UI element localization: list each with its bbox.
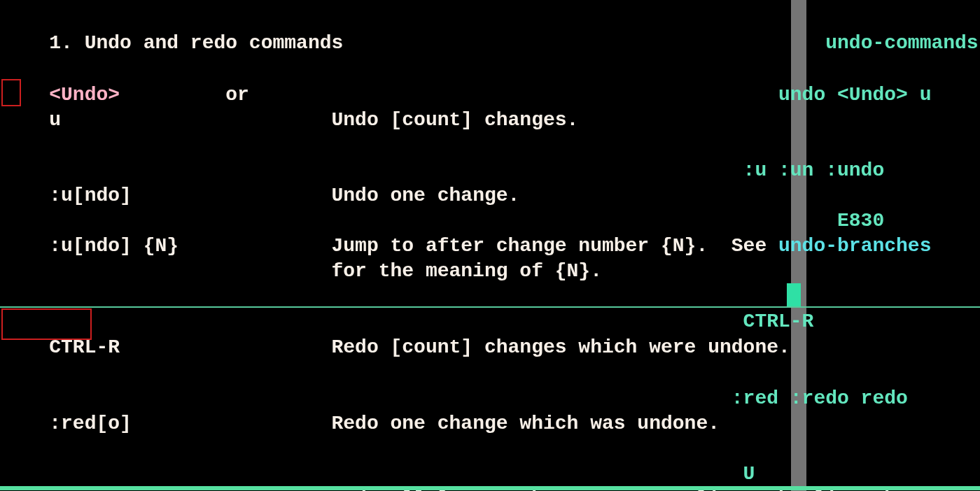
help-line: :red :redo redo (2, 361, 980, 386)
description: Undo [count] changes. (332, 109, 579, 131)
help-line: CTRL-R (2, 284, 980, 309)
help-line: :u[ndo] {N} Jump to after change number … (2, 208, 980, 234)
help-line: 1. Undo and redo commands undo-commands (2, 6, 980, 31)
section-title: Undo and redo commands (73, 32, 343, 54)
terminal-screen[interactable]: 1. Undo and redo commands undo-commands … (0, 0, 980, 491)
annotation-box (1, 79, 21, 106)
annotation-box (1, 308, 92, 340)
help-line: :u[ndo] Undo one change. (2, 158, 980, 183)
help-line: :u :un :undo (2, 133, 980, 158)
description: Redo one change which was undone. (332, 413, 720, 434)
help-line: U Undo all latest changes on one line, t… (2, 462, 980, 487)
help-tag: undo-commands (825, 32, 978, 54)
command-key: u (49, 109, 61, 131)
cursorline (0, 306, 980, 308)
help-line: :red[o] Redo one change which was undone… (2, 386, 980, 411)
help-line: CTRL-R Redo [count] changes which were u… (2, 310, 980, 335)
cursor (787, 283, 801, 306)
status-line (0, 486, 980, 490)
help-line: for the meaning of {N}. (2, 234, 980, 259)
help-line: U (2, 436, 980, 462)
help-line: <Undo> or undo <Undo> u (2, 57, 980, 83)
help-line: u Undo [count] changes. (2, 83, 980, 108)
command-key: :red[o] (49, 413, 132, 434)
description: Redo [count] changes which were undone. (332, 336, 790, 358)
description: for the meaning of {N}. (331, 260, 601, 282)
section-number: 1. (49, 32, 73, 54)
help-line: E830 (2, 183, 980, 208)
